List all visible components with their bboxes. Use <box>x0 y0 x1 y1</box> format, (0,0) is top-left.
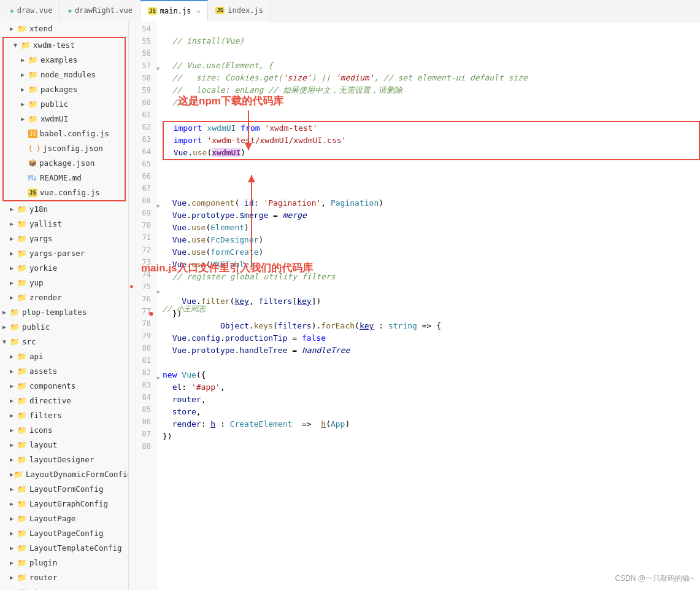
sidebar-item-label: node_modules <box>40 69 96 81</box>
sidebar-item-layout[interactable]: ▶ 📁 layout <box>0 438 128 452</box>
line-num: 76 <box>129 293 151 305</box>
code-line-64: Vue.use(xwdmUI) <box>164 147 699 159</box>
chevron-right-icon: ▶ <box>10 543 17 553</box>
sidebar-item-y18n[interactable]: ▶ 📁 y18n <box>0 202 128 217</box>
chevron-right-icon: ▶ <box>10 484 17 494</box>
sidebar-item-plop-templates[interactable]: ▶ 📁 plop-templates <box>0 305 128 320</box>
line-num: 55 <box>129 35 151 47</box>
line-num: 66 <box>129 170 151 182</box>
tab-close-button[interactable]: ✕ <box>196 8 200 15</box>
sidebar-item-public[interactable]: ▶ 📁 public <box>4 97 125 112</box>
sidebar-item-xtend[interactable]: ▶ 📁 xtend <box>0 21 128 36</box>
sidebar-item-LayoutPage[interactable]: ▶ 📁 LayoutPage <box>0 511 128 526</box>
folder-icon: 📁 <box>17 410 27 422</box>
code-line-65 <box>163 160 700 173</box>
sidebar-item-label: layoutDesigner <box>29 454 94 466</box>
sidebar-item-icons[interactable]: ▶ 📁 icons <box>0 423 128 438</box>
code-line-68: ▼ Vue.component( id: 'Pagination', Pagin… <box>163 197 700 209</box>
sidebar-item-label: yargs <box>29 233 53 245</box>
code-line-58: // size: Cookies.get('size') || 'medium'… <box>163 72 700 84</box>
sidebar-item-xwdmUI[interactable]: ▶ 📁 xwdmUI <box>4 112 125 126</box>
sidebar-item-node-modules[interactable]: ▶ 📁 node_modules <box>4 68 125 82</box>
sidebar-item-router[interactable]: ▶ 📁 router <box>0 570 128 585</box>
folder-icon: 📁 <box>17 542 27 554</box>
sidebar-item-label: layout <box>29 439 57 451</box>
chevron-right-icon: ▶ <box>10 24 17 34</box>
sidebar-item-yorkie[interactable]: ▶ 📁 yorkie <box>0 261 128 276</box>
sidebar-item-babel-config[interactable]: JS babel.config.js <box>4 126 125 141</box>
line-num: 86 <box>129 416 151 428</box>
line-num: 64 <box>129 146 151 158</box>
sidebar-item-LayoutTemplateConfig[interactable]: ▶ 📁 LayoutTemplateConfig <box>0 541 128 556</box>
folder-icon: 📁 <box>21 39 31 52</box>
sidebar-item-public2[interactable]: ▶ 📁 public <box>0 320 128 335</box>
line-num: 57 <box>129 60 151 72</box>
sidebar-item-zrender[interactable]: ▶ 📁 zrender <box>0 290 128 305</box>
tab-draw-vue[interactable]: ◈ draw.vue <box>2 0 60 21</box>
sidebar-item-label: README.md <box>40 172 82 184</box>
tab-drawRight-vue[interactable]: ◈ drawRight.vue <box>60 0 140 21</box>
line-num: 65 <box>129 158 151 170</box>
sidebar-item-assets[interactable]: ▶ 📁 assets <box>0 364 128 379</box>
sidebar-item-label: xtend <box>29 23 53 35</box>
code-line-60: // }) <box>163 96 700 109</box>
sidebar-item-layoutDesigner[interactable]: ▶ 📁 layoutDesigner <box>0 452 128 467</box>
sidebar-item-LayoutFormConfig[interactable]: ▶ 📁 LayoutFormConfig <box>0 482 128 497</box>
folder-icon: 📁 <box>17 203 27 215</box>
sidebar-item-src[interactable]: ▼ 📁 src <box>0 335 128 349</box>
folder-icon: 📁 <box>28 69 38 81</box>
tab-index-js[interactable]: JS index.js <box>208 0 271 21</box>
sidebar-item-packages[interactable]: ▶ 📁 packages <box>4 82 125 97</box>
sidebar-item-label: zrender <box>29 292 62 304</box>
folder-icon: 📁 <box>17 292 27 304</box>
sidebar-item-vue-config[interactable]: JS vue.config.js <box>4 185 125 200</box>
chevron-down-icon: ▼ <box>13 41 21 50</box>
code-line-78 <box>163 320 700 332</box>
sidebar-item-LayoutGraphConfig[interactable]: ▶ 📁 LayoutGraphConfig <box>0 497 128 511</box>
sidebar-item-xwdm-test[interactable]: ▼ 📁 xwdm-test <box>4 38 125 53</box>
sidebar-item-components[interactable]: ▶ 📁 components <box>0 379 128 394</box>
folder-icon: 📁 <box>17 277 27 289</box>
sidebar-item-examples[interactable]: ▶ 📁 examples <box>4 53 125 68</box>
folder-icon: 📁 <box>17 557 27 569</box>
sidebar-item-label: public <box>22 321 50 333</box>
folder-icon: 📁 <box>17 513 27 525</box>
code-container: 54 55 56 57 58 59 60 61 62 63 64 65 66 6… <box>129 21 700 590</box>
folder-icon: 📁 <box>17 365 27 378</box>
code-line-66 <box>163 173 700 185</box>
sidebar-item-yup[interactable]: ▶ 📁 yup <box>0 276 128 290</box>
code-line-85: store, <box>163 406 700 418</box>
sidebar-item-directive[interactable]: ▶ 📁 directive <box>0 394 128 408</box>
sidebar-item-LayoutPageConfig[interactable]: ▶ 📁 LayoutPageConfig <box>0 526 128 541</box>
sidebar-item-label: yup <box>29 277 44 289</box>
sidebar-item-store[interactable]: ▶ 📁 store <box>0 585 128 590</box>
sidebar-item-jsconfig[interactable]: { } jsconfig.json <box>4 141 125 156</box>
folder-icon: 📁 <box>17 527 27 540</box>
sidebar-item-yargs[interactable]: ▶ 📁 yargs <box>0 231 128 246</box>
sidebar-item-plugin[interactable]: ▶ 📁 plugin <box>0 556 128 570</box>
folder-icon: 📁 <box>17 23 27 35</box>
code-line-59: // locale: enLang // 如果使用中文，无需设置，请删除 <box>163 84 700 96</box>
sidebar-item-readme[interactable]: M↓ README.md <box>4 171 125 185</box>
sidebar-item-filters[interactable]: ▶ 📁 filters <box>0 408 128 423</box>
sidebar-item-label: package.json <box>39 157 94 169</box>
chevron-down-icon: ▼ <box>2 337 10 347</box>
tab-label: index.js <box>228 6 263 15</box>
sidebar-item-package-json[interactable]: 📦 package.json <box>4 156 125 171</box>
folder-icon: 📁 <box>28 98 38 111</box>
sidebar-item-LayoutDynamicFormConfig[interactable]: ▶ 📁 LayoutDynamicFormConfig <box>0 467 128 482</box>
chevron-right-icon: ▶ <box>2 308 10 317</box>
chevron-right-icon: ▶ <box>10 499 17 509</box>
sidebar-item-label: yallist <box>29 218 62 230</box>
sidebar-item-api[interactable]: ▶ 📁 api <box>0 349 128 364</box>
chevron-right-icon: ▶ <box>10 263 17 273</box>
sidebar-item-yargs-parser[interactable]: ▶ 📁 yargs-parser <box>0 246 128 261</box>
code-line-84: router, <box>163 394 700 406</box>
line-num: 59 <box>129 84 151 96</box>
sidebar-item-label: yorkie <box>29 262 57 274</box>
tab-bar: ◈ draw.vue ◈ drawRight.vue JS main.js ✕ … <box>0 0 700 21</box>
line-num: 70 <box>129 219 151 231</box>
sidebar-item-yallist[interactable]: ▶ 📁 yallist <box>0 217 128 231</box>
sidebar-item-label: assets <box>29 365 57 378</box>
tab-main-js[interactable]: JS main.js ✕ <box>140 0 208 21</box>
